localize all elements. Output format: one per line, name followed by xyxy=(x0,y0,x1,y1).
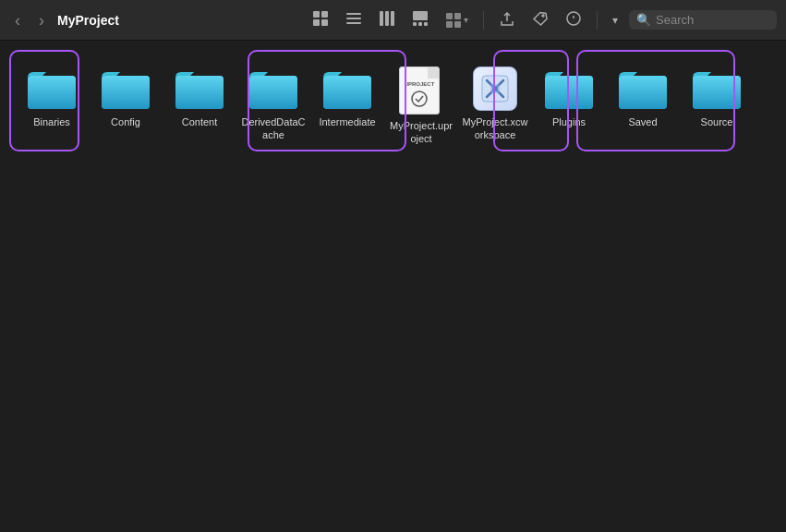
svg-rect-7 xyxy=(380,11,383,26)
svg-rect-2 xyxy=(313,19,320,26)
file-item-deriveddatacache[interactable]: DerivedDataCache xyxy=(236,59,310,153)
file-label-saved: Saved xyxy=(628,115,657,128)
folder-icon-source xyxy=(691,66,743,111)
file-label-intermediate: Intermediate xyxy=(319,115,375,128)
file-label-plugins: Plugins xyxy=(552,115,586,128)
file-item-binaries[interactable]: Binaries xyxy=(15,59,89,153)
file-label-deriveddatacache: DerivedDataCache xyxy=(240,115,307,142)
svg-rect-25 xyxy=(102,76,150,109)
svg-rect-31 xyxy=(323,76,371,109)
svg-rect-43 xyxy=(693,76,741,109)
folder-icon-config xyxy=(100,66,151,111)
svg-rect-27 xyxy=(175,76,224,109)
search-input[interactable] xyxy=(656,13,757,27)
file-item-saved[interactable]: Saved xyxy=(606,59,680,153)
svg-rect-12 xyxy=(418,22,422,26)
folder-icon-content xyxy=(174,66,225,111)
svg-rect-39 xyxy=(545,76,593,109)
titlebar: ‹ › MyProject xyxy=(0,0,786,41)
file-item-source[interactable]: Source xyxy=(680,59,754,153)
file-label-binaries: Binaries xyxy=(33,115,70,128)
file-grid: Binaries Config xyxy=(0,41,786,172)
svg-rect-15 xyxy=(454,13,461,19)
file-label-source: Source xyxy=(701,115,733,128)
svg-rect-1 xyxy=(321,11,328,18)
separator xyxy=(483,11,484,30)
file-item-content[interactable]: Content xyxy=(163,59,236,153)
icon-list-view[interactable] xyxy=(340,6,368,34)
search-icon: 🔍 xyxy=(636,13,651,27)
back-button[interactable]: ‹ xyxy=(9,10,26,30)
svg-rect-5 xyxy=(346,18,361,19)
svg-rect-17 xyxy=(454,21,461,28)
svg-rect-0 xyxy=(313,11,320,18)
svg-rect-3 xyxy=(321,19,328,26)
folder-icon-deriveddatacache xyxy=(248,66,299,111)
separator2 xyxy=(597,11,598,30)
view-options-button[interactable]: ▾ xyxy=(440,8,474,32)
file-label-content: Content xyxy=(182,115,218,128)
svg-rect-11 xyxy=(413,22,417,26)
folder-icon-saved xyxy=(617,66,669,111)
svg-rect-41 xyxy=(619,76,667,109)
svg-rect-13 xyxy=(424,22,428,26)
toolbar-icons: ▾ ▾ 🔍 xyxy=(307,6,777,34)
uproject-icon: UPROJECT xyxy=(399,66,443,115)
icon-grid-view[interactable] xyxy=(307,6,334,34)
svg-rect-29 xyxy=(249,76,297,109)
share-button[interactable] xyxy=(493,6,521,34)
xcworkspace-icon xyxy=(473,66,517,111)
window-title: MyProject xyxy=(57,13,119,28)
svg-rect-10 xyxy=(413,11,428,20)
svg-rect-14 xyxy=(446,13,453,19)
icon-column-view[interactable] xyxy=(373,6,401,34)
folder-icon-intermediate xyxy=(321,66,373,111)
icon-gallery-view[interactable] xyxy=(406,6,434,34)
svg-rect-8 xyxy=(385,11,389,26)
svg-rect-9 xyxy=(391,11,394,26)
tag-button[interactable] xyxy=(526,6,554,34)
folder-icon-binaries xyxy=(26,66,78,111)
folder-icon-plugins xyxy=(543,66,595,111)
file-item-xcworkspace[interactable]: MyProject.xcworkspace xyxy=(458,59,532,153)
file-label-config: Config xyxy=(111,115,140,128)
file-item-intermediate[interactable]: Intermediate xyxy=(310,59,384,153)
svg-point-32 xyxy=(412,91,427,106)
more-actions-button[interactable] xyxy=(560,6,587,34)
svg-point-37 xyxy=(492,86,498,91)
forward-button[interactable]: › xyxy=(33,10,50,30)
search-box: 🔍 xyxy=(629,10,777,30)
file-browser: Binaries Config xyxy=(0,41,786,532)
svg-point-18 xyxy=(542,15,544,17)
file-item-config[interactable]: Config xyxy=(89,59,163,153)
svg-rect-4 xyxy=(346,13,361,15)
file-item-plugins[interactable]: Plugins xyxy=(532,59,606,153)
svg-rect-23 xyxy=(28,76,76,109)
file-item-uproject[interactable]: UPROJECT MyProject.uproject xyxy=(384,59,458,153)
svg-rect-16 xyxy=(446,21,453,28)
file-label-xcworkspace: MyProject.xcworkspace xyxy=(462,115,528,142)
svg-rect-6 xyxy=(346,22,361,24)
file-label-uproject: MyProject.uproject xyxy=(388,119,454,146)
dropdown-button[interactable]: ▾ xyxy=(607,10,623,30)
